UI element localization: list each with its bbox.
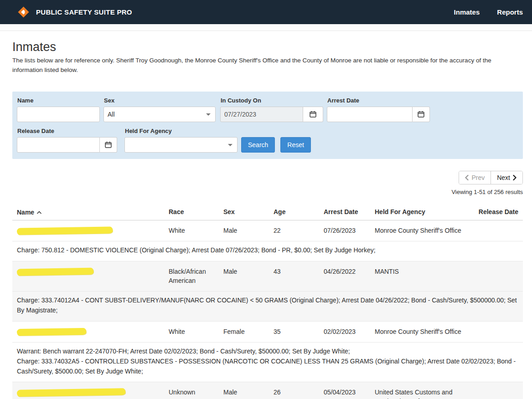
sex-filter-label: Sex	[104, 97, 216, 104]
cell-age: 22	[274, 226, 324, 235]
filter-panel: Name Sex All In Custody On	[12, 92, 523, 159]
redacted-name-highlight	[17, 226, 113, 235]
cell-held-for-agency: Monroe County Sheriff's Office	[375, 327, 476, 337]
main-content: Inmates The lists below are for referenc…	[0, 40, 532, 399]
column-header-age[interactable]: Age	[274, 208, 324, 216]
cell-arrest-date: 04/26/2022	[324, 267, 375, 285]
calendar-icon	[105, 141, 112, 148]
held-for-agency-select[interactable]	[124, 137, 238, 153]
table-row[interactable]: White Male 22 07/26/2023 Monroe County S…	[12, 220, 523, 242]
column-header-sex[interactable]: Sex	[223, 208, 274, 216]
cell-race: Black/African American	[169, 267, 223, 285]
reset-button[interactable]: Reset	[280, 137, 311, 153]
next-page-button[interactable]: Next	[491, 171, 522, 184]
inmates-table: Name Race Sex Age Arrest Date Held For A…	[12, 205, 523, 399]
inmate-rows: White Male 22 07/26/2023 Monroe County S…	[12, 220, 523, 399]
chevron-right-icon	[513, 175, 517, 180]
redacted-name-highlight	[17, 388, 125, 397]
prev-page-button[interactable]: Prev	[459, 171, 491, 184]
cell-race: White	[169, 327, 223, 337]
in-custody-calendar-button[interactable]	[303, 107, 323, 122]
name-filter-input[interactable]	[17, 107, 100, 122]
page-title: Inmates	[12, 40, 523, 54]
charge-detail-line: Charge: 333.74012A4 - CONT SUBST-DELIVER…	[17, 296, 518, 315]
cell-release-date	[476, 267, 518, 285]
cell-held-for-agency: Monroe County Sheriff's Office	[375, 226, 476, 235]
arrest-date-filter-label: Arrest Date	[327, 97, 430, 104]
brand: PUBLIC SAFETY SUITE PRO	[17, 6, 132, 18]
column-header-arrest-date[interactable]: Arrest Date	[324, 208, 375, 216]
column-header-held-for-agency[interactable]: Held For Agency	[375, 208, 476, 216]
cell-release-date	[476, 226, 518, 235]
table-record: Unknown Male 26 05/04/2023 United States…	[12, 382, 523, 399]
nav-links: Inmates Reports	[454, 8, 523, 16]
release-date-filter-label: Release Date	[17, 128, 117, 134]
cell-sex: Male	[223, 267, 274, 285]
pagination: Prev Next Viewing 1-51 of 256 results	[12, 171, 523, 195]
search-button[interactable]: Search	[241, 137, 275, 153]
calendar-icon	[418, 111, 424, 118]
cell-race: White	[169, 226, 223, 235]
table-record: White Male 22 07/26/2023 Monroe County S…	[12, 220, 523, 261]
charge-detail-line: Warrant: Bench warrant 22-247070-FH; Arr…	[17, 347, 518, 357]
column-header-release-date[interactable]: Release Date	[476, 208, 518, 216]
nav-link-inmates[interactable]: Inmates	[454, 8, 480, 16]
cell-sex: Female	[223, 327, 274, 337]
cell-age: 43	[274, 267, 324, 285]
cell-release-date	[476, 388, 518, 399]
cell-age: 35	[274, 327, 324, 337]
chevron-left-icon	[465, 175, 469, 180]
table-header-row: Name Race Sex Age Arrest Date Held For A…	[12, 205, 523, 220]
sex-select-value: All	[108, 111, 115, 118]
table-row[interactable]: Unknown Male 26 05/04/2023 United States…	[12, 382, 523, 399]
name-filter-label: Name	[17, 97, 100, 104]
charge-details: Charge: 750.812 - DOMESTIC VIOLENCE (Ori…	[12, 241, 523, 261]
app-title: PUBLIC SAFETY SUITE PRO	[36, 8, 132, 16]
cell-name	[17, 388, 169, 399]
cell-name	[17, 226, 169, 235]
disclaimer-text: The lists below are for reference only. …	[12, 56, 511, 75]
cell-arrest-date: 02/02/2023	[324, 327, 375, 337]
cell-held-for-agency: United States Customs and Immigration En…	[375, 388, 476, 399]
charge-details: Warrant: Bench warrant 22-247070-FH; Arr…	[12, 343, 523, 382]
in-custody-label: In Custody On	[221, 97, 323, 104]
sort-asc-icon	[37, 208, 41, 215]
charge-detail-line: Charge: 333.74032A5 - CONTROLLED SUBSTAN…	[17, 357, 518, 376]
release-date-input[interactable]	[17, 137, 100, 153]
results-count: Viewing 1-51 of 256 results	[12, 189, 523, 195]
cell-race: Unknown	[169, 388, 223, 399]
cell-sex: Male	[223, 226, 274, 235]
charge-details: Charge: 333.74012A4 - CONT SUBST-DELIVER…	[12, 292, 523, 321]
calendar-icon	[310, 111, 316, 118]
column-header-race[interactable]: Race	[169, 208, 223, 216]
table-record: White Female 35 02/02/2023 Monroe County…	[12, 322, 523, 383]
cell-held-for-agency: MANTIS	[375, 267, 476, 285]
table-record: Black/African American Male 43 04/26/202…	[12, 261, 523, 322]
sex-select[interactable]: All	[103, 107, 216, 122]
cell-arrest-date: 07/26/2023	[324, 226, 375, 235]
arrest-date-calendar-button[interactable]	[413, 107, 430, 122]
cell-arrest-date: 05/04/2023	[324, 388, 375, 399]
column-header-name[interactable]: Name	[17, 208, 169, 216]
cell-age: 26	[274, 388, 324, 399]
cell-sex: Male	[223, 388, 274, 399]
held-for-agency-filter-label: Held For Agency	[125, 128, 238, 134]
table-row[interactable]: White Female 35 02/02/2023 Monroe County…	[12, 322, 523, 343]
redacted-name-highlight	[17, 268, 93, 276]
cell-name	[17, 267, 169, 285]
cell-name	[17, 327, 169, 337]
cell-release-date	[476, 327, 518, 337]
top-navbar: PUBLIC SAFETY SUITE PRO Inmates Reports	[0, 0, 532, 24]
redacted-name-highlight	[17, 327, 86, 335]
nav-link-reports[interactable]: Reports	[497, 8, 523, 16]
page-top-divider	[0, 24, 532, 31]
in-custody-input[interactable]	[220, 107, 303, 122]
charge-detail-line: Charge: 750.812 - DOMESTIC VIOLENCE (Ori…	[17, 246, 518, 256]
table-row[interactable]: Black/African American Male 43 04/26/202…	[12, 261, 523, 292]
arrest-date-input[interactable]	[327, 107, 413, 122]
app-logo-icon	[17, 6, 30, 18]
release-date-calendar-button[interactable]	[100, 137, 117, 153]
